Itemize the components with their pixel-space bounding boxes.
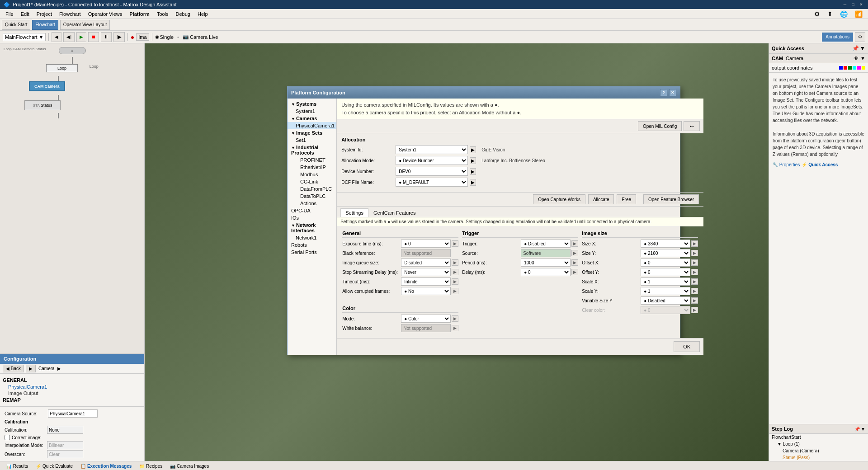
stop-streaming-arrow[interactable]: ▶: [452, 269, 458, 275]
camera-images-tab[interactable]: 📷 Camera Images: [166, 463, 212, 470]
open-feature-browser-btn[interactable]: Open Feature Browser: [643, 194, 699, 204]
step-flowchart-start[interactable]: FlowchartStart: [769, 434, 868, 441]
menu-debug[interactable]: Debug: [172, 10, 194, 18]
dialog-title-controls[interactable]: ? ✕: [660, 89, 676, 96]
alloc-mode-arrow-btn[interactable]: ▶: [470, 157, 476, 164]
offset-x-arrow[interactable]: ▶: [691, 259, 698, 266]
tree-cc-link[interactable]: CC-Link: [288, 178, 336, 185]
color-mode-select[interactable]: ● Color: [401, 315, 451, 323]
filter-icon[interactable]: ▼: [860, 56, 865, 61]
timeout-arrow[interactable]: ▶: [452, 278, 458, 285]
dialog-close-btn[interactable]: ✕: [669, 89, 676, 96]
size-x-select[interactable]: ● 3840: [641, 240, 690, 248]
scale-x-select[interactable]: ● 1: [641, 277, 690, 286]
allow-corrupted-arrow[interactable]: ▶: [452, 288, 458, 294]
period-select[interactable]: 1000: [521, 258, 571, 267]
tree-ethernet-ip[interactable]: EtherNet/IP: [288, 164, 336, 171]
tree-data-from-plc[interactable]: DataFromPLC: [288, 185, 336, 193]
step-camera[interactable]: Camera (Camera): [769, 447, 868, 454]
bottom-tab-area[interactable]: 📊 Results ⚡ Quick Evaluate 📋 Execution M…: [3, 461, 212, 470]
pin-icon[interactable]: 📌: [852, 45, 859, 52]
tree-robots[interactable]: Robots: [288, 241, 336, 249]
delay-select[interactable]: ● 0: [521, 268, 571, 276]
device-number-select[interactable]: DEV0: [396, 167, 468, 176]
cam-icons[interactable]: 👁 ▼: [854, 56, 865, 61]
update-icon[interactable]: ⬆: [824, 9, 836, 19]
tree-cameras[interactable]: ▼Cameras: [288, 115, 336, 122]
interpolation-input[interactable]: [47, 441, 83, 449]
step-back-btn[interactable]: ◀|: [63, 32, 75, 42]
operator-view-layout-btn[interactable]: Operator View Layout: [60, 20, 110, 30]
step-loop[interactable]: ▼ Loop (1): [769, 441, 868, 447]
menu-flowchart[interactable]: Flowchart: [56, 10, 85, 18]
tree-set1[interactable]: Set1: [288, 136, 336, 144]
tree-opc-ua[interactable]: OPC-UA: [288, 207, 336, 214]
record-btn[interactable]: ●: [131, 33, 134, 41]
camera-source-input[interactable]: [48, 409, 98, 418]
img-btn[interactable]: Ima: [136, 33, 149, 41]
delay-arrow[interactable]: ▶: [571, 269, 578, 275]
config-nav-btn[interactable]: ↔: [684, 121, 700, 131]
close-btn[interactable]: ✕: [858, 1, 864, 8]
step-log-pin[interactable]: 📌: [854, 427, 860, 432]
offset-y-arrow[interactable]: ▶: [691, 269, 698, 275]
minimize-btn[interactable]: ─: [842, 1, 848, 8]
run-btn[interactable]: ▶: [76, 32, 86, 42]
tree-modbus[interactable]: Modbus: [288, 171, 336, 178]
tree-data-to-plc[interactable]: DataToPLC: [288, 193, 336, 200]
back-nav-btn[interactable]: ◀ Back: [3, 365, 24, 372]
dcf-file-arrow-btn[interactable]: ▶: [470, 179, 476, 186]
white-balance-arrow[interactable]: ▶: [452, 325, 458, 331]
maximize-btn[interactable]: □: [850, 1, 856, 8]
allocate-btn[interactable]: Allocate: [588, 194, 614, 204]
tab-genicam-features[interactable]: GenICam Features: [368, 208, 421, 217]
camera-node[interactable]: CAM Camera: [29, 81, 65, 91]
tab-settings[interactable]: Settings: [340, 208, 368, 217]
execution-messages-tab[interactable]: 📋 Execution Messages: [77, 463, 135, 470]
properties-tab[interactable]: 🔧 Properties: [773, 161, 800, 168]
tree-physical-camera1[interactable]: PhysicalCamera1: [288, 122, 336, 129]
status-node[interactable]: STA Status: [24, 100, 61, 110]
quick-start-btn[interactable]: Quick Start: [2, 20, 30, 30]
period-arrow[interactable]: ▶: [571, 259, 578, 266]
right-bottom-tabs[interactable]: 🔧 Properties ⚡ Quick Access: [773, 161, 864, 168]
stop-btn[interactable]: ⏹: [88, 32, 99, 42]
dialog-help-btn[interactable]: ?: [660, 89, 667, 96]
open-mil-config-btn[interactable]: Open MIL Config: [638, 121, 682, 131]
config-nav[interactable]: ◀ Back ▶ Camera ▶: [0, 364, 144, 374]
step-fwd-btn[interactable]: |▶: [113, 32, 125, 42]
exposure-time-select[interactable]: ● 0: [401, 240, 451, 248]
globe-icon[interactable]: 🌐: [836, 9, 851, 19]
menu-help[interactable]: Help: [194, 10, 212, 18]
offset-x-select[interactable]: ● 0: [641, 258, 690, 267]
variable-size-arrow[interactable]: ▶: [691, 297, 698, 304]
tree-system1[interactable]: System1: [288, 108, 336, 115]
eye-icon[interactable]: 👁: [854, 56, 859, 61]
image-queue-select[interactable]: Disabled: [401, 258, 451, 267]
stop-streaming-select[interactable]: Never: [401, 268, 451, 276]
dcf-file-select[interactable]: ● M_DEFAULT: [396, 178, 468, 187]
timeout-select[interactable]: Infinite: [401, 277, 451, 286]
alloc-mode-select[interactable]: ● Device Number: [396, 156, 468, 165]
annotations-btn[interactable]: Annotations: [822, 33, 853, 42]
size-y-select[interactable]: ● 2160: [641, 249, 690, 257]
pause-btn[interactable]: ⏸: [101, 32, 112, 42]
menu-edit[interactable]: Edit: [17, 10, 33, 18]
settings-btn[interactable]: ⚙: [855, 32, 865, 42]
back-btn[interactable]: ◀: [52, 32, 61, 42]
correct-image-checkbox[interactable]: [5, 435, 10, 440]
scale-x-arrow[interactable]: ▶: [691, 278, 698, 285]
variable-size-select[interactable]: ● Disabled: [641, 296, 690, 305]
calibration-input[interactable]: [47, 426, 83, 434]
system-id-arrow-btn[interactable]: ▶: [470, 146, 476, 153]
image-queue-arrow[interactable]: ▶: [452, 259, 458, 266]
results-tab[interactable]: 📊 Results: [3, 463, 32, 470]
signal-icon[interactable]: 📶: [851, 9, 866, 19]
step-log-expand[interactable]: ▼: [861, 427, 865, 432]
size-x-arrow[interactable]: ▶: [691, 240, 698, 247]
tree-profinet[interactable]: PROFINET: [288, 156, 336, 164]
open-capture-works-btn[interactable]: Open Capture Works: [533, 194, 585, 204]
step-log-controls[interactable]: 📌 ▼: [854, 427, 865, 432]
tree-industrial-protocols[interactable]: ▼Industrial Protocols: [288, 144, 336, 156]
device-number-arrow-btn[interactable]: ▶: [470, 168, 476, 175]
